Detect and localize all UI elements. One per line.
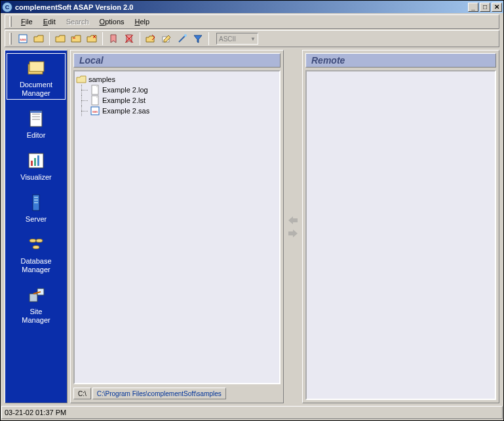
tool-rename-icon[interactable] [159,31,174,46]
tree-file-row[interactable]: Example 2.log [76,85,278,95]
menu-edit-label: dit [48,18,56,26]
maximize-button[interactable]: □ [480,3,490,12]
menu-grip[interactable] [9,16,12,27]
svg-text:sas: sas [92,110,98,113]
local-path-bar: C:\ C:\Program Files\complementSoft\samp… [73,387,281,400]
file-icon [90,85,100,95]
menu-bar: File Edit Search Options Help [5,14,499,29]
sidebar-item-label: Editor [27,131,46,140]
toolbar-grip[interactable] [9,33,12,45]
sidebar-item-visualizer[interactable]: Visualizer [7,146,66,184]
transfer-left-icon[interactable] [287,216,299,225]
menu-help-label: elp [140,18,149,26]
menu-edit[interactable]: Edit [38,16,61,27]
file-icon [90,95,100,106]
svg-rect-12 [31,161,33,166]
sidebar-item-label: Visualizer [20,173,52,182]
menu-search: Search [61,16,94,27]
sidebar-item-document-manager[interactable]: DocumentManager [7,53,66,100]
chevron-down-icon: ▼ [250,36,256,42]
encoding-select[interactable]: ASCII ▼ [216,33,258,45]
menu-search-label: Search [66,18,89,26]
sidebar-item-label: DatabaseManager [20,257,51,274]
svg-rect-17 [34,199,38,201]
drive-label: C:\ [78,390,87,397]
tool-folder3-icon[interactable] [85,31,99,46]
menu-file-label: ile [26,18,33,26]
sas-file-icon: sas [90,106,100,116]
menu-help[interactable]: Help [130,16,155,27]
tree-file-row[interactable]: sas Example 2.sas [76,106,278,116]
transfer-arrows [284,50,302,403]
notepad-icon [26,108,47,129]
sidebar-item-label: DocumentManager [20,81,52,98]
path-tab[interactable]: C:\Program Files\complementSoft\samples [92,388,226,399]
title-bar: C complementSoft ASAP Version 2.0 _ □ ✕ [1,1,503,13]
panes-container: Local samples Example 2.log [70,50,499,403]
svg-point-19 [29,239,36,243]
remote-pane-title: Remote [311,55,345,66]
tree-folder-row[interactable]: samples [76,74,278,85]
status-bar: 03-21-02 01:37 PM [1,406,503,419]
svg-point-21 [33,246,39,249]
remote-pane-header: Remote [305,53,496,68]
svg-rect-10 [30,111,42,113]
encoding-value: ASCII [219,35,236,43]
tree-file-row[interactable]: Example 2.lst [76,95,278,106]
tool-filter-icon[interactable] [191,31,205,46]
site-icon [26,285,47,306]
drive-tab[interactable]: C:\ [73,388,91,399]
chart-icon [26,150,47,171]
sidebar-item-label: Server [26,215,47,224]
tree-file-label: Example 2.log [102,86,148,94]
local-pane-header: Local [73,53,281,68]
local-pane: Local samples Example 2.log [70,50,284,403]
tool-bookmark-del-icon[interactable] [122,31,136,46]
sidebar-item-label: SiteManager [22,308,50,325]
menu-options[interactable]: Options [94,16,130,27]
tool-wand-icon[interactable] [175,31,189,46]
window-title: complementSoft ASAP Version 2.0 [15,3,467,11]
sidebar-item-site-manager[interactable]: SiteManager [7,280,66,327]
close-button[interactable]: ✕ [492,3,502,12]
svg-rect-13 [34,158,36,166]
toolbar: sas ASCII ▼ [5,30,499,47]
svg-rect-5 [29,62,44,71]
svg-rect-16 [34,197,38,198]
remote-tree[interactable] [305,70,496,400]
svg-rect-14 [37,155,39,166]
tool-bookmark-icon[interactable] [106,31,121,46]
svg-point-3 [184,34,187,37]
app-icon: C [2,2,12,12]
sidebar: DocumentManager Editor Visualizer Server… [5,50,68,403]
minimize-button[interactable]: _ [468,3,478,12]
remote-pane: Remote [302,50,499,403]
tool-folder2-icon[interactable] [69,31,83,46]
tool-move-folder-icon[interactable] [144,31,158,46]
transfer-right-icon[interactable] [287,229,299,238]
local-tree[interactable]: samples Example 2.log Example 2.lst [73,70,281,384]
sidebar-item-database-manager[interactable]: DatabaseManager [7,230,66,276]
menu-options-label: ptions [105,18,124,26]
database-icon [26,234,47,255]
tree-folder-label: samples [88,75,115,83]
svg-text:sas: sas [20,37,26,41]
status-text: 03-21-02 01:37 PM [5,409,66,416]
path-label: C:\Program Files\complementSoft\samples [97,390,222,397]
menu-file[interactable]: File [16,16,38,27]
tool-open-icon[interactable] [31,31,46,46]
tool-folder1-icon[interactable] [53,31,68,46]
server-tower-icon [26,192,47,213]
sidebar-item-editor[interactable]: Editor [7,104,66,142]
tool-new-icon[interactable]: sas [16,31,30,46]
folder-open-icon [76,74,87,85]
main-area: DocumentManager Editor Visualizer Server… [1,47,503,406]
tree-file-label: Example 2.lst [102,96,145,104]
local-pane-title: Local [79,55,104,66]
svg-point-20 [36,239,43,243]
svg-rect-6 [30,111,42,127]
sidebar-item-server[interactable]: Server [7,188,66,226]
svg-rect-22 [29,294,37,302]
svg-rect-18 [34,202,38,203]
tree-file-label: Example 2.sas [102,107,149,115]
